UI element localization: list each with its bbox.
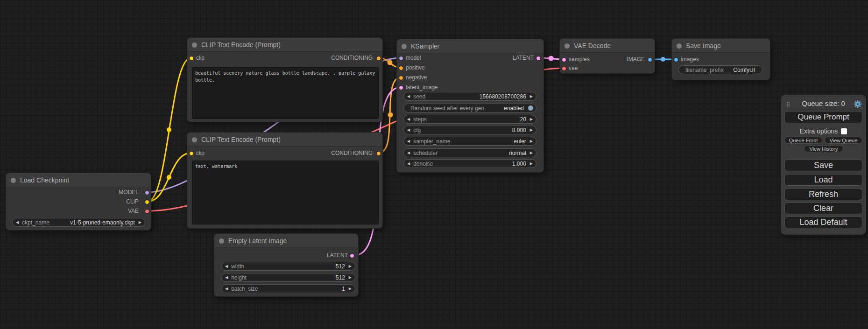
right-arrow-icon[interactable]: ▶ xyxy=(530,115,533,124)
left-arrow-icon[interactable]: ◀ xyxy=(225,262,228,271)
collapse-toggle-icon[interactable] xyxy=(402,44,407,49)
collapse-toggle-icon[interactable] xyxy=(565,43,570,49)
right-arrow-icon[interactable]: ▶ xyxy=(530,126,533,134)
left-arrow-icon[interactable]: ◀ xyxy=(407,115,410,124)
right-arrow-icon[interactable]: ▶ xyxy=(530,159,533,168)
load-checkpoint-node[interactable]: Load Checkpoint MODEL CLIP VAE ◀ ckpt_na… xyxy=(6,173,151,231)
save-image-node[interactable]: Save Image images filename_prefix ComfyU… xyxy=(671,38,770,80)
negative-input-slot[interactable] xyxy=(399,76,403,80)
widget-value: normal xyxy=(509,150,526,156)
right-arrow-icon[interactable]: ▶ xyxy=(139,218,141,227)
latent-output-slot[interactable] xyxy=(350,253,354,258)
random-seed-widget[interactable]: Random seed after every gen enabled xyxy=(403,104,536,112)
left-arrow-icon[interactable]: ◀ xyxy=(16,218,19,227)
positive-input-label: positive xyxy=(406,64,425,71)
link-dot xyxy=(167,127,171,132)
left-arrow-icon[interactable]: ◀ xyxy=(407,92,410,101)
latent-image-input-slot[interactable] xyxy=(399,85,403,90)
extra-options-checkbox[interactable] xyxy=(841,128,847,134)
clip-output-slot[interactable] xyxy=(145,200,149,204)
conditioning-output-label: CONDITIONING xyxy=(331,150,373,156)
right-arrow-icon[interactable]: ▶ xyxy=(349,273,352,282)
save-button[interactable]: Save xyxy=(784,160,862,171)
node-title-bar[interactable]: Empty Latent Image xyxy=(214,234,358,248)
right-arrow-icon[interactable]: ▶ xyxy=(530,148,533,157)
ckpt-name-widget[interactable]: ◀ ckpt_name v1-5-pruned-emaonly.ckpt ▶ xyxy=(12,218,145,227)
view-history-button[interactable]: View History xyxy=(804,145,843,152)
vae-input-label: vae xyxy=(569,65,578,71)
ksampler-node[interactable]: KSampler model positive negative latent_… xyxy=(396,39,544,173)
queue-panel: Queue size: 0 Queue Prompt Extra options… xyxy=(781,95,866,235)
gear-icon[interactable] xyxy=(854,100,862,108)
conditioning-output-slot[interactable] xyxy=(376,151,381,156)
node-title-bar[interactable]: CLIP Text Encode (Prompt) xyxy=(187,133,382,147)
load-button[interactable]: Load xyxy=(784,174,862,186)
queue-prompt-button[interactable]: Queue Prompt xyxy=(784,111,862,123)
positive-prompt-textarea[interactable]: beautiful scenery nature glass bottle la… xyxy=(192,67,379,119)
node-title-bar[interactable]: CLIP Text Encode (Prompt) xyxy=(187,38,382,52)
right-arrow-icon[interactable]: ▶ xyxy=(349,284,352,293)
scheduler-widget[interactable]: ◀ scheduler normal ▶ xyxy=(403,148,536,157)
widget-value: enabled xyxy=(504,105,524,112)
negative-prompt-textarea[interactable]: text, watermark xyxy=(192,161,379,224)
node-title-bar[interactable]: KSampler xyxy=(397,39,543,53)
latent-output-slot[interactable] xyxy=(536,56,541,61)
queue-front-button[interactable]: Queue Front xyxy=(784,137,822,144)
node-title-bar[interactable]: VAE Decode xyxy=(560,39,655,53)
image-output-slot[interactable] xyxy=(648,57,652,62)
widget-label: width xyxy=(231,263,244,270)
height-widget[interactable]: ◀ height 512 ▶ xyxy=(221,273,355,282)
clip-text-encode-negative-node[interactable]: CLIP Text Encode (Prompt) clip CONDITION… xyxy=(187,132,383,229)
collapse-toggle-icon[interactable] xyxy=(192,42,197,48)
widget-label: sampler_name xyxy=(413,138,450,145)
steps-widget[interactable]: ◀ steps 20 ▶ xyxy=(403,115,536,124)
collapse-toggle-icon[interactable] xyxy=(11,178,16,183)
node-title-bar[interactable]: Save Image xyxy=(672,39,770,53)
batch-size-widget[interactable]: ◀ batch_size 1 ▶ xyxy=(221,284,355,293)
right-arrow-icon[interactable]: ▶ xyxy=(530,92,533,101)
view-queue-button[interactable]: View Queue xyxy=(825,137,862,144)
left-arrow-icon[interactable]: ◀ xyxy=(407,159,410,168)
vae-output-slot[interactable] xyxy=(145,209,149,214)
positive-input-slot[interactable] xyxy=(399,66,403,70)
collapse-toggle-icon[interactable] xyxy=(677,43,682,49)
vae-decode-node[interactable]: VAE Decode samples vae IMAGE xyxy=(559,38,655,74)
collapse-toggle-icon[interactable] xyxy=(192,137,197,142)
link-dot xyxy=(167,175,171,180)
refresh-button[interactable]: Refresh xyxy=(784,189,862,200)
images-input-slot[interactable] xyxy=(674,57,678,62)
empty-latent-image-node[interactable]: Empty Latent Image LATENT ◀ width 512 ▶ … xyxy=(214,233,359,297)
toggle-icon[interactable] xyxy=(528,105,534,111)
right-arrow-icon[interactable]: ▶ xyxy=(349,262,352,271)
denoise-widget[interactable]: ◀ denoise 1.000 ▶ xyxy=(403,159,536,168)
right-arrow-icon[interactable]: ▶ xyxy=(530,137,533,146)
left-arrow-icon[interactable]: ◀ xyxy=(407,126,410,134)
node-title: CLIP Text Encode (Prompt) xyxy=(201,41,281,49)
left-arrow-icon[interactable]: ◀ xyxy=(225,284,228,293)
filename-prefix-widget[interactable]: filename_prefix ComfyUI xyxy=(678,65,762,74)
vae-input-slot[interactable] xyxy=(562,66,566,71)
left-arrow-icon[interactable]: ◀ xyxy=(407,137,410,146)
samples-input-slot[interactable] xyxy=(562,57,566,62)
clip-input-slot[interactable] xyxy=(189,56,194,61)
clip-text-encode-positive-node[interactable]: CLIP Text Encode (Prompt) clip CONDITION… xyxy=(187,37,383,122)
left-arrow-icon[interactable]: ◀ xyxy=(225,273,228,282)
clip-input-slot[interactable] xyxy=(189,151,194,156)
comfyui-canvas[interactable]: { "colors": { "model": "#B39DDB", "clip"… xyxy=(0,0,868,329)
load-default-button[interactable]: Load Default xyxy=(784,217,862,228)
model-output-slot[interactable] xyxy=(145,190,149,195)
node-title-bar[interactable]: Load Checkpoint xyxy=(6,173,151,187)
model-input-slot[interactable] xyxy=(399,56,403,61)
seed-widget[interactable]: ◀ seed 156680208700286 ▶ xyxy=(403,92,536,101)
widget-value: euler xyxy=(514,138,526,145)
collapse-toggle-icon[interactable] xyxy=(219,238,224,244)
widget-label: height xyxy=(231,274,247,281)
clear-button[interactable]: Clear xyxy=(784,203,862,214)
conditioning-output-slot[interactable] xyxy=(376,56,381,61)
link-dot xyxy=(388,60,393,65)
node-title: KSampler xyxy=(411,42,439,50)
width-widget[interactable]: ◀ width 512 ▶ xyxy=(221,262,355,271)
sampler-name-widget[interactable]: ◀ sampler_name euler ▶ xyxy=(403,137,536,146)
left-arrow-icon[interactable]: ◀ xyxy=(407,148,410,157)
cfg-widget[interactable]: ◀ cfg 8.000 ▶ xyxy=(403,126,536,134)
